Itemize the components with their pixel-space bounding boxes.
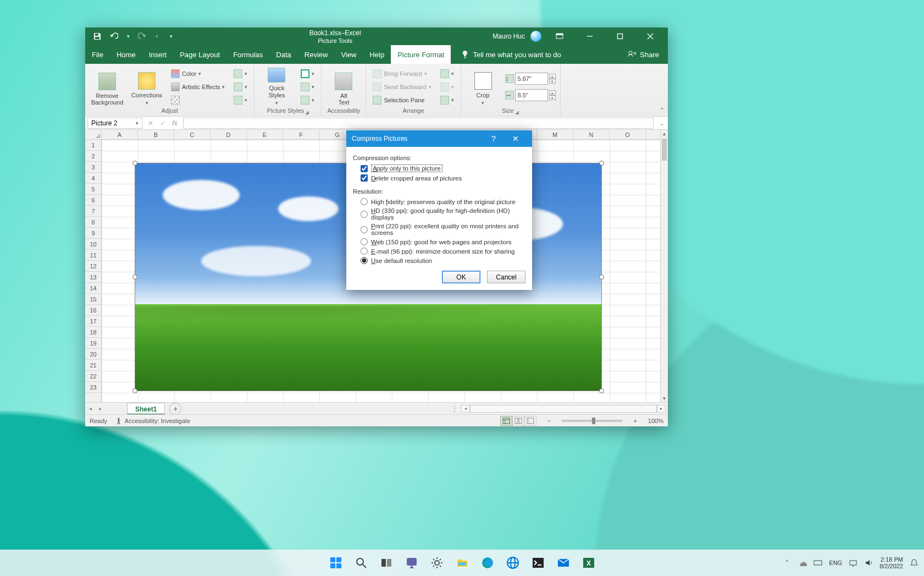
row-header[interactable]: 20 <box>85 349 101 360</box>
tab-page-layout[interactable]: Page Layout <box>173 45 226 64</box>
send-backward-button[interactable]: Send Backward▾ <box>370 81 433 92</box>
row-header[interactable]: 14 <box>85 283 101 294</box>
row-header[interactable]: 6 <box>85 195 101 206</box>
column-header[interactable]: D <box>211 130 247 139</box>
mail-icon[interactable] <box>552 552 574 574</box>
column-header[interactable]: A <box>102 130 138 139</box>
resolution-web-radio[interactable]: Web (150 ppi): good for web pages and pr… <box>353 237 525 246</box>
notifications-icon[interactable] <box>910 558 919 567</box>
row-header[interactable]: 12 <box>85 261 101 272</box>
tab-picture-format[interactable]: Picture Format <box>391 45 451 64</box>
add-sheet-button[interactable]: + <box>169 403 181 415</box>
tray-chevron-icon[interactable]: ˄ <box>783 558 792 567</box>
sheet-nav-next-icon[interactable]: ▸ <box>95 405 105 412</box>
name-box[interactable]: Picture 2▾ <box>87 118 142 129</box>
scroll-up-icon[interactable]: ▲ <box>661 130 668 138</box>
name-box-dropdown-icon[interactable]: ▾ <box>136 120 139 126</box>
row-header[interactable]: 4 <box>85 173 101 184</box>
resolution-default-radio[interactable]: Use default resolution <box>353 256 525 265</box>
enter-formula-icon[interactable]: ✓ <box>157 119 169 127</box>
corrections-button[interactable]: Corrections▾ <box>129 68 164 106</box>
alt-text-button[interactable]: Alt Text <box>326 68 361 106</box>
row-header[interactable]: 2 <box>85 151 101 162</box>
zoom-slider[interactable] <box>562 420 622 422</box>
tab-view[interactable]: View <box>334 45 363 64</box>
row-header[interactable]: 23 <box>85 382 101 393</box>
split-handle-icon[interactable]: ⋮ <box>451 405 458 413</box>
group-button[interactable]: ▾ <box>438 81 456 92</box>
page-layout-view-button[interactable] <box>512 416 524 426</box>
start-button[interactable] <box>325 552 347 574</box>
picture-effects-button[interactable]: ▾ <box>298 81 317 92</box>
shape-width-input[interactable]: 8.5" <box>515 89 548 101</box>
expand-formula-bar-icon[interactable]: ⌄ <box>656 119 668 127</box>
maximize-button[interactable] <box>607 28 632 45</box>
status-accessibility[interactable]: Accessibility: Investigate <box>115 417 190 425</box>
undo-dropdown-icon[interactable]: ▾ <box>126 32 130 41</box>
resolution-print-radio[interactable]: Print (220 ppi): excellent quality on mo… <box>353 222 525 237</box>
settings-icon[interactable] <box>426 552 448 574</box>
user-name[interactable]: Mauro Huc <box>493 32 525 40</box>
edge-icon[interactable] <box>477 552 499 574</box>
resolution-high-fidelity-radio[interactable]: High fidelity: preserves quality of the … <box>353 197 525 206</box>
user-avatar-icon[interactable] <box>530 31 541 42</box>
color-button[interactable]: Color▾ <box>169 68 227 79</box>
change-picture-button[interactable]: ▾ <box>231 81 250 92</box>
tray-clock[interactable]: 2:18 PM 8/2/2022 <box>879 556 903 569</box>
vertical-scrollbar[interactable]: ▲ ▼ <box>660 130 668 402</box>
ok-button[interactable]: OK <box>442 271 480 283</box>
browser-icon[interactable] <box>502 552 524 574</box>
fx-icon[interactable]: fx <box>169 119 181 127</box>
row-header[interactable]: 7 <box>85 206 101 217</box>
tab-help[interactable]: Help <box>363 45 391 64</box>
resize-handle-e[interactable] <box>599 275 604 279</box>
sheet-tab-sheet1[interactable]: Sheet1 <box>127 403 165 415</box>
row-header[interactable]: 15 <box>85 294 101 305</box>
compress-pictures-button[interactable]: ▾ <box>231 68 250 79</box>
row-header[interactable]: 5 <box>85 184 101 195</box>
delete-cropped-input[interactable] <box>361 174 368 182</box>
volume-icon[interactable] <box>864 558 873 567</box>
picture-styles-launcher-icon[interactable]: ◢ <box>305 109 309 115</box>
cancel-button[interactable]: Cancel <box>487 271 525 283</box>
vscroll-thumb[interactable] <box>662 139 667 161</box>
column-header[interactable]: N <box>573 130 610 139</box>
file-explorer-icon[interactable] <box>451 552 473 574</box>
task-view-icon[interactable] <box>375 552 397 574</box>
hscroll-left-icon[interactable]: ◂ <box>461 405 470 413</box>
formula-bar[interactable] <box>183 118 654 129</box>
tray-language[interactable]: ENG <box>829 559 842 566</box>
hscroll-track[interactable] <box>470 405 657 413</box>
rotate-button[interactable]: ▾ <box>438 95 456 106</box>
keyboard-icon[interactable] <box>814 558 822 567</box>
cancel-formula-icon[interactable]: ✕ <box>145 119 157 127</box>
row-header[interactable]: 21 <box>85 360 101 371</box>
row-header[interactable]: 16 <box>85 305 101 316</box>
row-header[interactable]: 18 <box>85 327 101 338</box>
resize-handle-w[interactable] <box>132 275 137 279</box>
row-header[interactable]: 3 <box>85 162 101 173</box>
row-header[interactable]: 17 <box>85 316 101 327</box>
row-header[interactable]: 10 <box>85 239 101 250</box>
picture-layout-button[interactable]: ▾ <box>298 95 317 106</box>
tab-home[interactable]: Home <box>110 45 142 64</box>
apply-only-input[interactable] <box>361 165 368 172</box>
tab-file[interactable]: File <box>85 45 110 64</box>
column-header[interactable]: O <box>610 130 646 139</box>
tab-insert[interactable]: Insert <box>142 45 174 64</box>
column-header[interactable]: M <box>537 130 573 139</box>
zoom-thumb[interactable] <box>592 418 595 424</box>
resize-handle-ne[interactable] <box>599 161 604 166</box>
reset-picture-button[interactable]: ▾ <box>231 95 250 106</box>
quick-styles-button[interactable]: Quick Styles▾ <box>259 68 294 106</box>
page-break-view-button[interactable] <box>524 416 536 426</box>
row-header[interactable]: 13 <box>85 272 101 283</box>
resolution-hd-radio[interactable]: HD (330 ppi): good quality for high-defi… <box>353 206 525 222</box>
dialog-titlebar[interactable]: Compress Pictures ? ✕ <box>346 130 532 147</box>
width-spinner[interactable]: ▴▾ <box>549 90 556 100</box>
align-button[interactable]: ▾ <box>438 68 456 79</box>
column-header[interactable]: E <box>247 130 283 139</box>
row-header[interactable]: 9 <box>85 228 101 239</box>
transparency-button[interactable] <box>169 95 227 106</box>
close-button[interactable] <box>638 28 662 45</box>
